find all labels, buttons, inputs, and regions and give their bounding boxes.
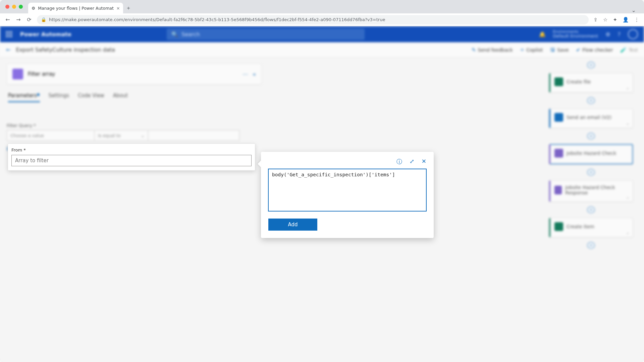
suite-header: Power Automate 🔍 Search 🔔 Environments D… — [0, 26, 644, 42]
search-placeholder: Search — [181, 31, 200, 38]
copilot-icon: ✧ — [520, 47, 525, 53]
save-button[interactable]: 🖫Save — [550, 47, 569, 53]
tab-close-icon[interactable]: × — [116, 6, 120, 11]
browser-toolbar: ← → ⟳ 🔒 https://make.powerautomate.com/e… — [0, 13, 644, 26]
tab-about[interactable]: About — [113, 93, 128, 102]
send-feedback-button[interactable]: ✎Send feedback — [472, 47, 513, 53]
settings-icon[interactable]: ⚙ — [605, 31, 610, 38]
feedback-icon: ✎ — [472, 47, 476, 53]
back-icon[interactable]: ← — [5, 16, 11, 23]
flow-node-create-file[interactable]: Create file ⌄ — [549, 73, 633, 93]
tab-title: Manage your flows | Power Automat — [38, 6, 114, 11]
search-box[interactable]: 🔍 Search — [167, 28, 365, 40]
copilot-button[interactable]: ✧Copilot — [520, 47, 543, 53]
collapse-icon[interactable]: « — [253, 71, 256, 77]
from-field-popover: From * — [8, 143, 255, 171]
node-icon — [554, 149, 563, 158]
action-title: Filter array — [28, 71, 55, 77]
node-icon — [554, 77, 563, 86]
help-icon[interactable]: ? — [618, 31, 621, 38]
expression-editor-popup: ⓘ ⤢ ✕ body('Get_a_specific_inspection')[… — [261, 152, 434, 238]
share-icon[interactable]: ⇪ — [593, 17, 598, 23]
expand-icon[interactable]: ⤢ — [410, 158, 414, 166]
node-icon — [554, 113, 563, 122]
flow-node-hazard-response[interactable]: Jobsite Hazard Check Response ⌄ — [549, 180, 633, 202]
chevron-down-icon: ⌄ — [141, 133, 145, 138]
add-step-button[interactable]: ＋ — [587, 62, 595, 68]
tab-code-view[interactable]: Code View — [78, 93, 104, 102]
action-config-panel: Filter array ⋯ « Parameters● Settings Co… — [7, 64, 262, 152]
add-step-button[interactable]: ＋ — [587, 242, 595, 249]
lock-icon: 🔒 — [41, 17, 46, 22]
profile-icon[interactable]: 👤 — [623, 17, 629, 23]
action-header[interactable]: Filter array ⋯ « — [7, 64, 262, 84]
expression-textarea[interactable]: body('Get_a_specific_inspection')['items… — [268, 169, 426, 211]
app-launcher-icon[interactable] — [6, 31, 12, 37]
filter-array-icon — [12, 69, 23, 79]
environment-picker[interactable]: Environments Default Environment — [553, 30, 598, 39]
from-input[interactable] — [11, 155, 252, 166]
reload-icon[interactable]: ⟳ — [26, 16, 32, 23]
flow-canvas: ＋ Create file ⌄ ＋ Send an email (V2) ⌄ ＋ — [544, 58, 638, 60]
url-text: https://make.powerautomate.com/environme… — [49, 17, 385, 22]
tab-parameters[interactable]: Parameters● — [8, 93, 40, 102]
window-controls — [3, 0, 26, 13]
tab-favicon-icon: ⚙ — [32, 6, 35, 11]
flow-node-create-item[interactable]: Create item ⌄ — [549, 218, 633, 237]
browser-tab-strip: ⚙ Manage your flows | Power Automat × ＋ … — [0, 0, 644, 13]
flow-node-hazard-check[interactable]: Jobsite Hazard Check — [549, 144, 633, 164]
add-step-button[interactable]: ＋ — [587, 169, 595, 176]
action-tabs: Parameters● Settings Code View About — [8, 93, 260, 102]
filter-operator-select[interactable]: is equal to⌄ — [95, 130, 148, 141]
close-icon[interactable]: ✕ — [422, 158, 426, 166]
from-label: From * — [11, 147, 26, 153]
kebab-menu-icon[interactable]: ⋮ — [634, 17, 639, 23]
chevron-down-icon[interactable]: ⌄ — [626, 86, 629, 90]
node-icon — [554, 222, 563, 231]
add-step-button[interactable]: ＋ — [587, 97, 595, 104]
search-icon: 🔍 — [171, 31, 178, 38]
back-arrow-icon[interactable]: ← — [6, 47, 10, 53]
browser-tab[interactable]: ⚙ Manage your flows | Power Automat × — [28, 3, 123, 13]
notifications-icon[interactable]: 🔔 — [539, 31, 546, 38]
chevron-down-icon[interactable]: ⌄ — [626, 231, 629, 235]
filter-query-label: Filter Query * — [7, 123, 36, 128]
extensions-icon[interactable]: ✦ — [613, 17, 617, 23]
new-tab-button[interactable]: ＋ — [126, 3, 131, 13]
save-icon: 🖫 — [550, 47, 555, 53]
checker-icon: ✔ — [576, 47, 581, 53]
command-bar: ← Export SafetyCulture inspection data ✎… — [0, 42, 644, 58]
brand-name[interactable]: Power Automate — [20, 31, 71, 38]
maximize-window-icon[interactable] — [19, 5, 23, 9]
test-icon: 🧪 — [620, 47, 627, 53]
add-expression-button[interactable]: Add — [268, 219, 317, 231]
address-bar[interactable]: 🔒 https://make.powerautomate.com/environ… — [37, 15, 589, 24]
filter-right-operand[interactable] — [148, 130, 239, 141]
tab-list-button[interactable]: ⌄ — [627, 7, 641, 13]
action-menu-icon[interactable]: ⋯ — [243, 71, 248, 77]
flow-title: Export SafetyCulture inspection data — [16, 47, 115, 53]
flow-checker-button[interactable]: ✔Flow checker — [576, 47, 613, 53]
chevron-down-icon[interactable]: ⌄ — [626, 195, 629, 199]
node-icon — [554, 186, 562, 194]
flow-node-send-email[interactable]: Send an email (V2) ⌄ — [549, 109, 633, 128]
tab-settings[interactable]: Settings — [49, 93, 69, 102]
info-icon[interactable]: ⓘ — [396, 158, 402, 166]
chevron-down-icon[interactable]: ⌄ — [626, 121, 629, 126]
add-step-button[interactable]: ＋ — [587, 206, 595, 213]
add-step-button[interactable]: ＋ — [587, 133, 595, 139]
account-avatar[interactable] — [628, 29, 638, 39]
test-button[interactable]: 🧪Test — [620, 47, 638, 53]
forward-icon[interactable]: → — [15, 16, 21, 23]
close-window-icon[interactable] — [5, 5, 9, 9]
minimize-window-icon[interactable] — [12, 5, 16, 9]
filter-left-operand[interactable]: Choose a value — [7, 130, 95, 141]
star-icon[interactable]: ☆ — [603, 17, 607, 23]
